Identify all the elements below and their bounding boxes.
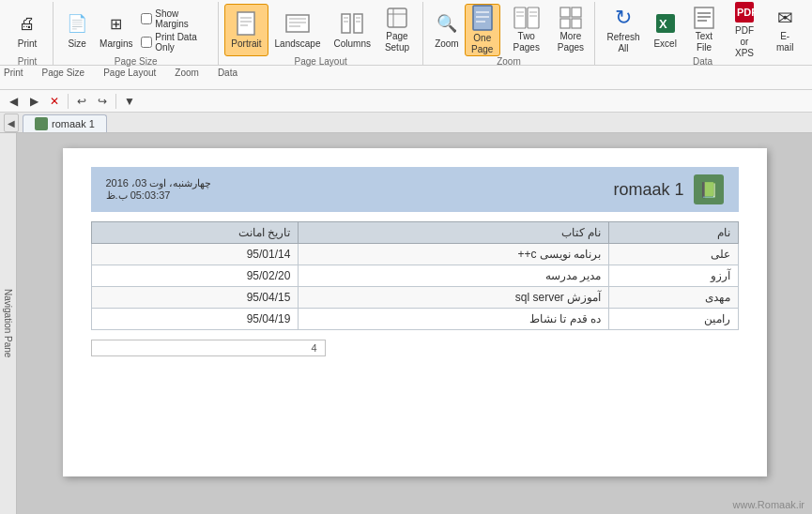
svg-rect-28 xyxy=(572,8,581,17)
ribbon-group-page-layout: Portrait Landscape Columns xyxy=(219,2,423,65)
text-file-label: TextFile xyxy=(696,31,712,53)
pdf-label: PDFor XPS xyxy=(730,25,759,59)
two-pages-icon xyxy=(513,7,540,29)
page-setup-button[interactable]: PageSetup xyxy=(377,4,417,56)
pdf-button[interactable]: PDF PDFor XPS xyxy=(724,4,766,56)
email-icon: ✉ xyxy=(772,7,798,29)
toolbar-separator-2 xyxy=(115,94,116,109)
toolbar: ◀ ▶ ✕ ↩ ↪ ▼ xyxy=(0,90,812,113)
ribbon-tab-data[interactable]: Data xyxy=(218,68,237,82)
cell-book: آموزش sql server xyxy=(299,287,609,309)
ribbon-tab-print[interactable]: Print xyxy=(4,68,23,82)
toolbar-undo-button[interactable]: ↩ xyxy=(72,93,91,110)
main-area: Navigation Pane 📗 romaak 1 چهارشنبه، اوت… xyxy=(0,133,812,514)
print-data-only-checkbox-row[interactable]: Print Data Only xyxy=(141,32,208,53)
report-area: 📗 romaak 1 چهارشنبه، اوت 03، 2016 05:03:… xyxy=(17,133,812,514)
zoom-button[interactable]: 🔍 Zoom xyxy=(429,4,465,56)
print-button[interactable]: 🖨 Print xyxy=(8,4,47,56)
toolbar-menu-button[interactable]: ▼ xyxy=(120,93,139,110)
tab-book-icon xyxy=(35,117,48,130)
excel-icon: X xyxy=(652,10,679,37)
landscape-label: Landscape xyxy=(275,38,321,50)
toolbar-back-button[interactable]: ◀ xyxy=(4,93,23,110)
svg-text:X: X xyxy=(659,17,667,31)
portrait-icon xyxy=(233,10,259,37)
col-header-date: تاریخ امانت xyxy=(91,222,299,244)
text-file-button[interactable]: TextFile xyxy=(684,4,723,56)
cell-name: مهدی xyxy=(609,287,738,309)
page-number: 4 xyxy=(311,342,316,354)
report-table: نام نام کتاب تاریخ امانت علیبرنامه نویسی… xyxy=(91,221,739,330)
one-page-button[interactable]: OnePage xyxy=(465,4,500,56)
ribbon-tab-zoom[interactable]: Zoom xyxy=(175,68,199,82)
col-header-book: نام کتاب xyxy=(299,222,609,244)
navigation-pane[interactable]: Navigation Pane xyxy=(0,133,17,514)
refresh-icon: ↻ xyxy=(610,6,636,30)
svg-rect-11 xyxy=(354,14,362,33)
ribbon-group-page-size-items: 📄 Size ⊞ Margins Show Margins Print Data… xyxy=(59,4,212,56)
tab-romaak1[interactable]: romaak 1 xyxy=(23,114,107,132)
svg-rect-27 xyxy=(560,8,570,17)
report-date: چهارشنبه، اوت 03، 2016 xyxy=(106,177,212,189)
print-data-only-label: Print Data Only xyxy=(155,32,208,53)
svg-rect-29 xyxy=(560,19,570,28)
toolbar-forward-button[interactable]: ▶ xyxy=(24,93,43,110)
more-pages-icon xyxy=(558,7,584,29)
tab-label: romaak 1 xyxy=(52,118,95,129)
toolbar-close-button[interactable]: ✕ xyxy=(45,93,64,110)
columns-icon xyxy=(339,10,365,37)
ribbon-group-print-items: 🖨 Print xyxy=(8,4,47,56)
print-label: Print xyxy=(18,38,38,50)
ribbon-group-zoom: 🔍 Zoom OnePage Two Pages xyxy=(423,2,595,65)
report-footer: 4 xyxy=(91,340,739,356)
email-button[interactable]: ✉ E-mail xyxy=(765,4,804,56)
checkboxes-group: Show Margins Print Data Only xyxy=(137,8,212,53)
portrait-button[interactable]: Portrait xyxy=(224,4,268,56)
refresh-label: RefreshAll xyxy=(607,32,640,54)
ribbon-top: 🖨 Print Print 📄 Size ⊞ Margins xyxy=(0,0,812,66)
ribbon-group-page-layout-items: Portrait Landscape Columns xyxy=(224,4,417,56)
nav-arrow-left[interactable]: ◀ xyxy=(4,113,19,132)
refresh-button[interactable]: ↻ RefreshAll xyxy=(601,4,646,56)
margins-icon: ⊞ xyxy=(103,10,130,37)
cell-book: مدیر مدرسه xyxy=(299,265,609,287)
landscape-button[interactable]: Landscape xyxy=(268,4,328,56)
cell-date: 95/01/14 xyxy=(91,244,299,265)
col-header-name: نام xyxy=(609,222,738,244)
email-label: E-mail xyxy=(772,31,798,53)
show-margins-checkbox-row[interactable]: Show Margins xyxy=(141,8,208,29)
table-row: مهدیآموزش sql server95/04/15 xyxy=(91,287,738,309)
table-header-row: نام نام کتاب تاریخ امانت xyxy=(91,222,738,244)
page-setup-label: PageSetup xyxy=(385,31,409,53)
svg-rect-21 xyxy=(514,8,526,28)
report-book-icon: 📗 xyxy=(694,174,724,204)
landscape-icon xyxy=(284,10,311,37)
report-title: romaak 1 xyxy=(613,180,683,200)
zoom-icon: 🔍 xyxy=(434,10,460,37)
size-button[interactable]: 📄 Size xyxy=(59,4,95,56)
print-data-only-checkbox[interactable] xyxy=(141,37,152,48)
one-page-label: OnePage xyxy=(471,33,493,55)
tabbar: ◀ romaak 1 xyxy=(0,113,812,133)
more-pages-button[interactable]: MorePages xyxy=(553,4,589,56)
report-page: 📗 romaak 1 چهارشنبه، اوت 03، 2016 05:03:… xyxy=(63,148,767,476)
show-margins-checkbox[interactable] xyxy=(141,13,152,24)
cell-book: ده قدم تا نشاط xyxy=(299,309,609,330)
svg-rect-24 xyxy=(528,8,539,28)
margins-button[interactable]: ⊞ Margins xyxy=(95,4,137,56)
cell-book: برنامه نویسی c++ xyxy=(299,244,609,265)
columns-button[interactable]: Columns xyxy=(328,4,377,56)
more-pages-label: MorePages xyxy=(558,31,584,53)
ribbon-tab-page-size[interactable]: Page Size xyxy=(42,68,85,82)
watermark-text: www.Romaak.ir xyxy=(733,499,804,510)
excel-button[interactable]: X Excel xyxy=(646,4,684,56)
svg-rect-33 xyxy=(695,8,713,28)
two-pages-button[interactable]: Two Pages xyxy=(500,4,553,56)
svg-rect-0 xyxy=(237,12,254,35)
ribbon-tab-page-layout[interactable]: Page Layout xyxy=(103,68,156,82)
cell-name: علی xyxy=(609,244,738,265)
report-time: 05:03:37 ب.ظ xyxy=(106,189,212,202)
ribbon: 🖨 Print Print 📄 Size ⊞ Margins xyxy=(0,0,812,90)
navigation-pane-label: Navigation Pane xyxy=(3,289,13,357)
toolbar-redo-button[interactable]: ↪ xyxy=(93,93,112,110)
